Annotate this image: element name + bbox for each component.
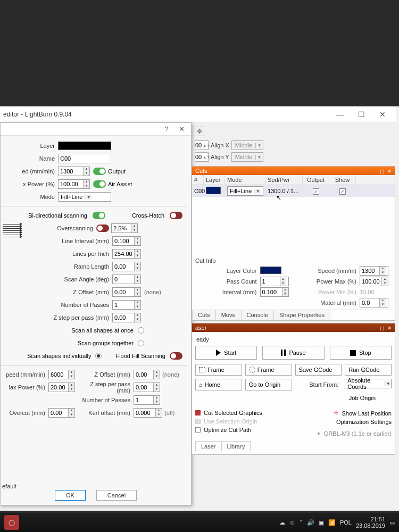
- ok-button[interactable]: OK: [55, 490, 86, 501]
- zstep-input[interactable]: ▲▼: [112, 313, 141, 322]
- cuts-row[interactable]: C00 Fill+Line▼ 1300.0 / 1... ↖: [192, 185, 395, 197]
- ci-material-input[interactable]: ▲▼: [360, 298, 388, 307]
- row-show-checkbox[interactable]: [339, 188, 346, 195]
- tray-clock[interactable]: 21:51 23.08.2019: [356, 516, 385, 529]
- alignx-combo[interactable]: Middle▼: [231, 140, 263, 150]
- lpi-input[interactable]: ▲▼: [112, 249, 141, 259]
- ramp-input[interactable]: ▲▼: [112, 262, 141, 271]
- ci-pass-input[interactable]: ▲▼: [260, 277, 289, 286]
- angle-input[interactable]: ▲▼: [112, 275, 141, 284]
- aligny-combo[interactable]: Middle▼: [231, 152, 263, 162]
- panel-close-icon[interactable]: ✕: [387, 168, 392, 174]
- scanindiv-radio[interactable]: [95, 353, 102, 359]
- taskbar-app-icon[interactable]: ◯: [4, 515, 19, 530]
- tray-wifi-icon[interactable]: 📶: [328, 519, 336, 526]
- aligny-label: Align Y: [211, 154, 229, 160]
- tray-language[interactable]: POL: [340, 519, 352, 526]
- app-title: editor - LightBurn 0.9.04: [3, 111, 329, 118]
- floodfill-toggle[interactable]: [170, 352, 182, 360]
- alignx-num[interactable]: 00▲▼: [195, 140, 209, 150]
- home-button[interactable]: ⌂ Home: [195, 379, 242, 390]
- dialog-close-button[interactable]: ✕: [174, 125, 189, 133]
- overcut-input[interactable]: ▲▼: [48, 408, 75, 418]
- run-gcode-button[interactable]: Run GCode: [345, 364, 392, 376]
- zoffset-note: (none): [141, 289, 161, 295]
- ci-pmax-input[interactable]: ▲▼: [360, 277, 388, 286]
- crosshatch-toggle[interactable]: [170, 212, 182, 219]
- power2-input[interactable]: ▲▼: [48, 383, 75, 392]
- bidir-toggle[interactable]: [93, 212, 105, 219]
- tab-shape-properties[interactable]: Shape Properties: [273, 310, 330, 320]
- airassist-toggle[interactable]: [93, 180, 106, 188]
- goto-origin-button[interactable]: Go to Origin: [245, 379, 292, 390]
- panel-float-icon[interactable]: ◻: [380, 325, 384, 331]
- tray-volume-icon[interactable]: 🔊: [307, 519, 314, 526]
- dialog-titlebar: ? ✕: [1, 123, 191, 136]
- frame-circle-button[interactable]: Frame: [245, 364, 292, 376]
- optpath-checkbox[interactable]: [195, 427, 201, 433]
- move-tool-icon[interactable]: ✥: [195, 127, 204, 136]
- name-input[interactable]: [58, 154, 111, 163]
- startfrom-combo[interactable]: Absolute Coords▼: [345, 379, 392, 388]
- aligny-num[interactable]: 00▲▼: [195, 152, 209, 162]
- scangroups-radio[interactable]: [138, 340, 144, 346]
- ci-interval-input[interactable]: ▲▼: [260, 287, 289, 297]
- zoff2-input[interactable]: ▲▼: [134, 370, 160, 379]
- chevron-down-icon: ▼: [254, 189, 261, 194]
- home-icon: ⌂: [199, 381, 203, 388]
- ci-speed-input[interactable]: ▲▼: [360, 266, 388, 276]
- tab-laser[interactable]: Laser: [195, 441, 222, 451]
- kerf-input[interactable]: ▲▼: [134, 408, 162, 418]
- dialog-help-button[interactable]: ?: [159, 125, 174, 133]
- save-gcode-button[interactable]: Save GCode: [295, 364, 342, 376]
- tray-chevron-up-icon[interactable]: ˄: [300, 519, 303, 526]
- cuts-panel: Cuts ◻ ✕ # Layer Mode Spd/Pwr Output Sho…: [192, 166, 395, 321]
- row-output-checkbox[interactable]: [313, 188, 319, 195]
- panel-close-icon[interactable]: ✕: [387, 325, 392, 331]
- stop-button[interactable]: Stop: [330, 346, 392, 360]
- speed2-input[interactable]: ▲▼: [48, 370, 75, 379]
- passes-input[interactable]: ▲▼: [112, 300, 141, 310]
- tray-notifications-icon[interactable]: ▭: [389, 519, 395, 526]
- maxpower-input[interactable]: ▲▼: [58, 179, 90, 189]
- cancel-button[interactable]: Cancel: [96, 490, 137, 501]
- zstep2-input[interactable]: ▲▼: [134, 383, 160, 392]
- scanall-radio[interactable]: [138, 327, 144, 334]
- minimize-button[interactable]: —: [329, 110, 351, 119]
- tray-battery-icon[interactable]: ▣: [319, 519, 324, 526]
- usesel-checkbox: [195, 419, 201, 424]
- overscan-toggle[interactable]: [96, 225, 109, 232]
- close-button[interactable]: ✕: [372, 110, 393, 119]
- ramp-label: Ramp Length: [1, 263, 112, 270]
- pause-button[interactable]: Pause: [262, 346, 324, 360]
- overscan-input[interactable]: ▲▼: [111, 223, 138, 233]
- optset-button[interactable]: Optimization Settings: [336, 419, 392, 425]
- usesel-label: Use Selection Origin: [204, 418, 257, 425]
- tab-library[interactable]: Library: [221, 441, 251, 451]
- tab-cuts[interactable]: Cuts: [192, 310, 216, 320]
- row-mode-combo[interactable]: Fill+Line▼: [227, 186, 263, 196]
- tab-move[interactable]: Move: [215, 310, 242, 320]
- tab-console[interactable]: Console: [241, 310, 274, 320]
- zoffset-input[interactable]: ▲▼: [112, 287, 141, 297]
- frame-button[interactable]: Frame: [195, 364, 242, 376]
- job-origin-button[interactable]: Job Origin: [349, 395, 376, 401]
- tray-cloud-icon[interactable]: ☁: [279, 519, 285, 526]
- cutsel-label: Cut Selected Graphics: [204, 410, 262, 416]
- speed-input[interactable]: ▲▼: [58, 167, 90, 176]
- lineinterval-input[interactable]: ▲▼: [112, 236, 141, 246]
- kerf-label: Kerf offset (mm): [75, 410, 134, 416]
- ci-pmin-label: Power Min (%): [295, 289, 357, 295]
- cutsel-checkbox[interactable]: [195, 410, 201, 415]
- passes2-input[interactable]: ▲▼: [134, 395, 160, 405]
- defaults-link[interactable]: efault: [2, 483, 16, 489]
- panel-float-icon[interactable]: ◻: [380, 168, 384, 174]
- showlast-button[interactable]: Show Last Position: [342, 410, 392, 417]
- start-button[interactable]: Start: [195, 346, 257, 360]
- mode-combo[interactable]: Fill+Line▼: [58, 192, 111, 202]
- tray-user-icon[interactable]: ☺: [289, 519, 295, 526]
- zoff2-label: Z Offset (mm): [75, 371, 134, 378]
- output-toggle[interactable]: [93, 168, 106, 175]
- maximize-button[interactable]: ☐: [351, 110, 372, 119]
- layer-label: Layer: [1, 143, 58, 149]
